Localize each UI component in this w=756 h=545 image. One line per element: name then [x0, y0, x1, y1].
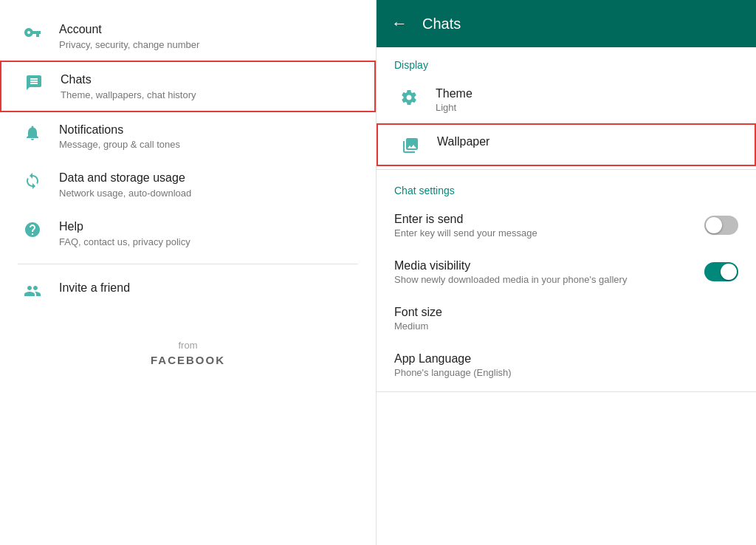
font-size-setting[interactable]: Font size Medium	[377, 295, 756, 342]
account-subtitle: Privacy, security, change number	[59, 39, 199, 50]
enter-send-subtitle: Enter key will send your message	[394, 227, 537, 239]
app-language-subtitle: Phone's language (English)	[394, 367, 512, 378]
from-label: from	[0, 340, 376, 351]
sidebar-item-chats[interactable]: Chats Theme, wallpapers, chat history	[0, 61, 376, 112]
key-icon	[18, 22, 47, 41]
media-visibility-toggle[interactable]	[704, 262, 738, 281]
theme-subtitle: Light	[436, 102, 472, 113]
account-title: Account	[59, 22, 199, 38]
theme-setting[interactable]: Theme Light	[377, 77, 756, 123]
back-button[interactable]: ←	[391, 14, 408, 33]
enter-send-setting[interactable]: Enter is send Enter key will send your m…	[377, 202, 756, 249]
app-language-title: App Language	[394, 352, 512, 366]
notifications-title: Notifications	[59, 123, 180, 138]
toggle-knob	[706, 217, 722, 233]
section-divider	[377, 169, 756, 170]
invite-title: Invite a friend	[59, 281, 130, 296]
wallpaper-title: Wallpaper	[437, 135, 489, 148]
facebook-footer: from FACEBOOK	[0, 310, 376, 381]
data-title: Data and storage usage	[59, 171, 191, 186]
enter-send-toggle[interactable]	[704, 216, 738, 235]
display-section-label: Display	[377, 47, 756, 77]
refresh-icon	[18, 171, 47, 190]
media-visibility-setting[interactable]: Media visibility Show newly downloaded m…	[377, 249, 756, 295]
sidebar-item-data[interactable]: Data and storage usage Network usage, au…	[0, 160, 376, 209]
header-title: Chats	[422, 16, 461, 32]
app-language-setting[interactable]: App Language Phone's language (English)	[377, 342, 756, 388]
chats-title: Chats	[61, 72, 196, 88]
left-panel: Account Privacy, security, change number…	[0, 0, 377, 545]
chats-subtitle: Theme, wallpapers, chat history	[61, 89, 196, 100]
help-subtitle: FAQ, contact us, privacy policy	[59, 236, 190, 247]
sidebar-item-notifications[interactable]: Notifications Message, group & call tone…	[0, 112, 376, 161]
media-visibility-subtitle: Show newly downloaded media in your phon…	[394, 274, 627, 285]
sidebar-item-help[interactable]: Help FAQ, contact us, privacy policy	[0, 209, 376, 258]
theme-title: Theme	[436, 87, 472, 100]
wallpaper-setting[interactable]: Wallpaper	[377, 123, 756, 166]
sidebar-item-invite[interactable]: Invite a friend	[0, 270, 376, 310]
sidebar-item-account[interactable]: Account Privacy, security, change number	[0, 12, 376, 61]
font-size-subtitle: Medium	[394, 321, 442, 332]
help-title: Help	[59, 219, 190, 235]
data-subtitle: Network usage, auto-download	[59, 188, 191, 199]
right-panel: ← Chats Display Theme Light	[377, 0, 756, 545]
font-size-title: Font size	[394, 306, 442, 319]
chats-header: ← Chats	[377, 0, 756, 47]
bottom-divider	[377, 391, 756, 392]
facebook-brand: FACEBOOK	[0, 354, 376, 366]
divider	[18, 264, 358, 264]
settings-content: Display Theme Light Wallpaper	[377, 47, 756, 545]
media-visibility-title: Media visibility	[394, 259, 627, 272]
bell-icon	[18, 123, 47, 142]
enter-send-title: Enter is send	[394, 213, 537, 226]
chat-settings-label: Chat settings	[377, 173, 756, 202]
toggle-knob	[721, 264, 737, 280]
chat-icon	[19, 72, 49, 92]
question-icon	[18, 219, 47, 239]
notifications-subtitle: Message, group & call tones	[59, 139, 180, 150]
people-icon	[18, 281, 47, 300]
wallpaper-icon	[396, 135, 425, 154]
theme-icon	[394, 87, 424, 106]
